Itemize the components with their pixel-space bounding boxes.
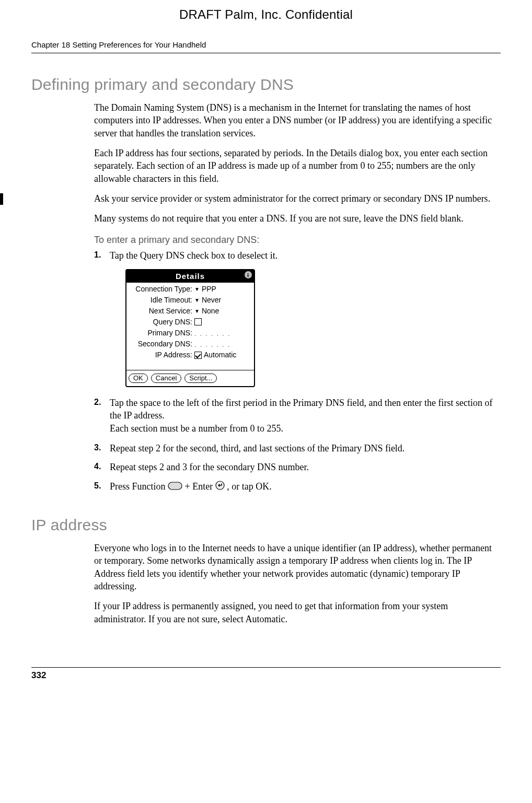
enter-key-icon <box>215 481 225 493</box>
dialog-body: Connection Type: ▼PPP Idle Timeout: ▼Nev… <box>126 283 254 360</box>
step-2: 2. Tap the space to the left of the firs… <box>94 397 501 435</box>
procedure-subheading: To enter a primary and secondary DNS: <box>94 234 501 246</box>
step-marker: 2. <box>94 397 101 408</box>
paragraph: Ask your service provider or system admi… <box>94 192 501 205</box>
step-subtext: Each section must be a number from 0 to … <box>110 422 501 435</box>
field-label: Secondary DNS: <box>130 339 194 349</box>
step-marker: 1. <box>94 249 101 261</box>
details-dialog-figure: Details i Connection Type: ▼PPP Idle Tim… <box>125 269 255 387</box>
section-dns-body: The Domain Naming System (DNS) is a mech… <box>94 101 501 494</box>
step-text: , or tap OK. <box>227 481 271 492</box>
step-text: Repeat step 2 for the second, third, and… <box>110 443 404 453</box>
cancel-button: Cancel <box>151 374 181 383</box>
script-button: Script... <box>184 374 217 383</box>
paragraph: The Domain Naming System (DNS) is a mech… <box>94 101 501 139</box>
field-label: Idle Timeout: <box>130 295 194 305</box>
dialog-button-row: OK Cancel Script... <box>126 370 254 386</box>
paragraph: Each IP address has four sections, separ… <box>94 147 501 185</box>
step-5: 5. Press Function + Enter , or tap OK. <box>94 480 501 494</box>
section-ip-body: Everyone who logs in to the Internet nee… <box>94 542 501 625</box>
paragraph: Many systems do not require that you ent… <box>94 212 501 225</box>
field-value: PPP <box>202 284 216 294</box>
dropdown-icon: ▼ <box>194 286 200 293</box>
field-label: Next Service: <box>130 306 194 316</box>
dialog-title: Details <box>176 272 205 281</box>
change-bar-icon <box>0 193 3 205</box>
field-value: Automatic <box>204 350 236 360</box>
field-label: Primary DNS: <box>130 328 194 338</box>
step-4: 4. Repeat steps 2 and 3 for the secondar… <box>94 461 501 473</box>
checkbox-checked-icon <box>194 352 202 359</box>
chapter-header: Chapter 18 Setting Preferences for Your … <box>31 40 501 53</box>
blank-field: . . . . . . . <box>194 339 251 349</box>
field-value: Never <box>202 295 221 305</box>
step-text: Press Function <box>110 481 168 492</box>
step-text: Tap the space to the left of the first p… <box>110 398 493 421</box>
page-footer: 332 <box>31 667 501 682</box>
procedure-steps: 1. Tap the Query DNS check box to desele… <box>94 249 501 494</box>
ok-button: OK <box>129 374 148 383</box>
field-value: None <box>202 306 219 316</box>
step-text: Repeat steps 2 and 3 for the secondary D… <box>110 462 309 472</box>
section-heading-dns: Defining primary and secondary DNS <box>31 74 532 96</box>
draft-confidential-header: DRAFT Palm, Inc. Confidential <box>0 0 532 27</box>
dialog-title-bar: Details i <box>126 270 254 283</box>
step-marker: 3. <box>94 442 101 453</box>
step-text: Tap the Query DNS check box to deselect … <box>110 250 277 261</box>
checkbox-unchecked-icon <box>194 318 202 325</box>
paragraph: If your IP address is permanently assign… <box>94 600 501 625</box>
step-marker: 4. <box>94 461 101 472</box>
field-label: Query DNS: <box>130 317 194 327</box>
step-3: 3. Repeat step 2 for the second, third, … <box>94 442 501 455</box>
info-icon: i <box>245 271 252 278</box>
dropdown-icon: ▼ <box>194 308 200 315</box>
dropdown-icon: ▼ <box>194 297 200 304</box>
step-text: + Enter <box>185 481 215 492</box>
field-label: IP Address: <box>130 350 194 360</box>
blank-field: . . . . . . . <box>194 328 251 338</box>
field-label: Connection Type: <box>130 284 194 294</box>
step-marker: 5. <box>94 480 101 492</box>
svg-rect-0 <box>168 482 182 490</box>
step-1: 1. Tap the Query DNS check box to desele… <box>94 249 501 387</box>
function-key-icon <box>168 481 182 493</box>
paragraph: Everyone who logs in to the Internet nee… <box>94 542 501 592</box>
page-number: 332 <box>31 670 46 680</box>
section-heading-ip: IP address <box>31 515 532 536</box>
